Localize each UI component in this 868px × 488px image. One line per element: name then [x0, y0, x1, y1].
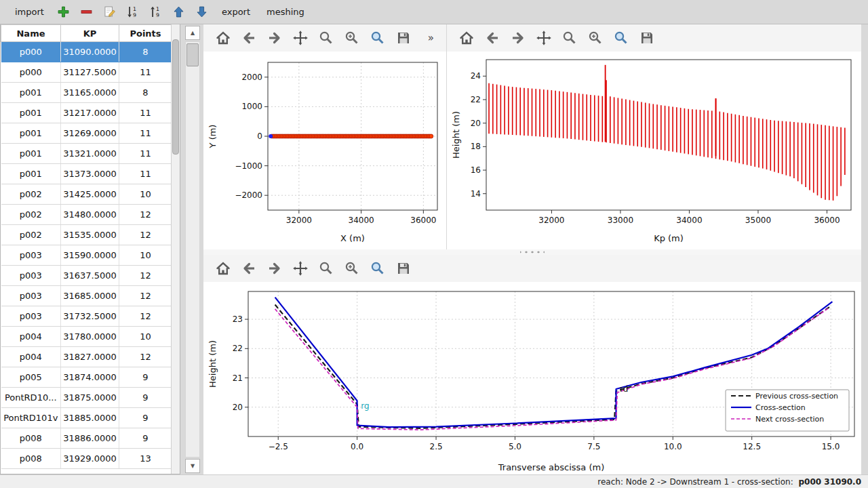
customize-button[interactable] [611, 28, 631, 48]
save-button[interactable] [393, 28, 414, 48]
kp-cell: 31637.5000 [61, 266, 119, 286]
remove-icon [79, 5, 94, 19]
table-row[interactable]: p00331732.500012 [1, 306, 172, 327]
add-cross-section-button[interactable] [55, 3, 73, 21]
points-cell: 9 [119, 408, 172, 428]
home-button[interactable] [213, 258, 233, 279]
table-row[interactable]: p00331590.000010 [1, 245, 172, 266]
points-cell: 13 [119, 449, 172, 469]
zoom-button[interactable] [559, 28, 580, 48]
move-down-button[interactable] [193, 3, 211, 21]
svg-text:Kp (m): Kp (m) [654, 233, 684, 243]
table-row[interactable]: p00231425.000010 [1, 184, 172, 205]
subplots-button[interactable] [342, 28, 362, 48]
customize-button[interactable] [368, 258, 388, 279]
table-scrollbar-thumb[interactable] [172, 39, 179, 155]
table-scrollbar[interactable] [171, 24, 180, 474]
profile-canvas[interactable]: 3200033000340003500036000141618202224Kp … [448, 52, 862, 248]
table-row[interactable]: PontRD101v31885.00009 [1, 408, 172, 428]
home-button[interactable] [213, 28, 233, 48]
table-row[interactable]: p00331685.000012 [1, 286, 172, 306]
forward-button[interactable] [264, 258, 285, 279]
table-row[interactable]: PontRD10...31875.00009 [1, 388, 172, 408]
panel-scrollbar-thumb[interactable] [186, 43, 199, 66]
svg-text:−1000: −1000 [235, 161, 262, 171]
table-row[interactable]: p00131321.000011 [1, 144, 172, 164]
svg-text:1: 1 [156, 6, 159, 12]
sort-ascending-button[interactable]: 19 [147, 3, 165, 21]
panel-scrollbar-track[interactable] [185, 41, 200, 458]
forward-button[interactable] [508, 28, 528, 48]
cross-section-canvas[interactable]: −2.50.02.55.07.510.012.515.020212223Tran… [205, 282, 861, 477]
table-row[interactable]: p00031090.00008 [1, 42, 172, 62]
main-content: NameKPPoints p00031090.00008p00031127.50… [0, 24, 868, 474]
cross-section-table: NameKPPoints p00031090.00008p00031127.50… [1, 24, 172, 469]
name-cell: p002 [1, 225, 61, 245]
points-cell: 11 [119, 103, 172, 123]
home-button[interactable] [456, 28, 477, 48]
column-header-kp[interactable]: KP [61, 25, 119, 42]
export-button[interactable]: export [216, 5, 256, 18]
pan-button[interactable] [290, 258, 311, 279]
kp-cell: 31127.5000 [61, 62, 119, 83]
svg-text:Next cross-section: Next cross-section [755, 415, 824, 424]
meshing-button[interactable]: meshing [261, 5, 310, 18]
back-button[interactable] [482, 28, 502, 48]
table-row[interactable]: p00231535.000012 [1, 225, 172, 245]
svg-text:10.0: 10.0 [664, 442, 682, 451]
zoom-button[interactable] [316, 258, 336, 279]
toolbar-overflow-chevron[interactable]: » [428, 32, 434, 44]
table-row[interactable]: p00431780.000010 [1, 327, 172, 347]
kp-cell: 31827.0000 [61, 347, 119, 367]
subplots-button[interactable] [585, 28, 606, 48]
save-icon [395, 30, 412, 46]
move-up-button[interactable] [170, 3, 188, 21]
remove-cross-section-button[interactable] [78, 3, 96, 21]
splitter-handle[interactable] [520, 250, 545, 254]
customize-button[interactable] [368, 28, 388, 48]
table-row[interactable]: p00331637.500012 [1, 266, 172, 286]
svg-text:20: 20 [233, 403, 243, 412]
save-button[interactable] [393, 258, 414, 279]
svg-text:Transverse abscissa (m): Transverse abscissa (m) [498, 462, 605, 472]
horizontal-splitter[interactable] [203, 249, 861, 255]
svg-text:−2000: −2000 [235, 190, 262, 200]
svg-text:0: 0 [257, 131, 262, 141]
table-row[interactable]: p00231480.000012 [1, 205, 172, 225]
sort-descending-button[interactable]: 19 [124, 3, 142, 21]
kp-cell: 31875.0000 [61, 388, 119, 408]
profile-toolbar [447, 24, 861, 52]
table-row[interactable]: p00831929.000013 [1, 449, 172, 469]
svg-text:22: 22 [471, 95, 481, 104]
name-cell: p002 [1, 205, 61, 225]
table-row[interactable]: p00031127.500011 [1, 62, 172, 83]
svg-text:32000: 32000 [538, 216, 564, 225]
import-button[interactable]: import [9, 5, 50, 18]
table-row[interactable]: p00131269.000011 [1, 123, 172, 144]
forward-button[interactable] [264, 28, 285, 48]
pan-button[interactable] [534, 28, 554, 48]
scroll-down-button[interactable]: ▼ [185, 459, 200, 473]
back-button[interactable] [239, 28, 259, 48]
column-header-points[interactable]: Points [119, 25, 172, 42]
column-header-name[interactable]: Name [1, 25, 61, 42]
subplots-icon [344, 260, 360, 277]
save-button[interactable] [637, 28, 657, 48]
svg-text:Previous cross-section: Previous cross-section [755, 392, 838, 401]
name-cell: p003 [1, 266, 61, 286]
status-selection: p000 31090.0 [799, 477, 861, 487]
table-row[interactable]: p00831886.00009 [1, 428, 172, 449]
scroll-up-button[interactable]: ▲ [185, 26, 200, 40]
table-row[interactable]: p00431827.000012 [1, 347, 172, 367]
table-row[interactable]: p00131373.000011 [1, 164, 172, 184]
table-row[interactable]: p00531874.00009 [1, 367, 172, 388]
pan-button[interactable] [290, 28, 311, 48]
table-row[interactable]: p00131217.000011 [1, 103, 172, 123]
zoom-button[interactable] [316, 28, 336, 48]
subplots-button[interactable] [342, 258, 362, 279]
back-button[interactable] [239, 258, 259, 279]
edit-cross-section-button[interactable] [101, 3, 119, 21]
svg-text:18: 18 [471, 142, 481, 151]
table-row[interactable]: p00131165.00008 [1, 83, 172, 103]
plan-view-canvas[interactable]: 320003400036000−2000−1000010002000X (m)Y… [205, 52, 446, 248]
